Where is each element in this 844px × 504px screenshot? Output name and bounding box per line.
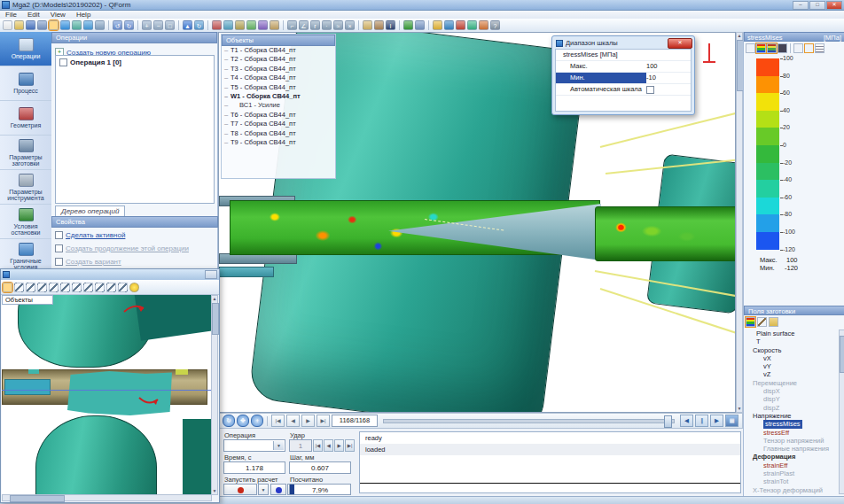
max-row-label[interactable]: Макс. bbox=[556, 61, 646, 72]
secondary-window-title-bar[interactable] bbox=[1, 269, 219, 280]
blow-first-button[interactable]: |◀ bbox=[313, 439, 323, 452]
sidebar-item-geometry[interactable]: Геометрия bbox=[0, 101, 51, 136]
tools-db-icon[interactable] bbox=[444, 20, 454, 30]
dialog-title-bar[interactable]: Диапазон шкалы ✕ bbox=[552, 36, 694, 49]
object-tree-item[interactable]: T5 - Сборка СВ44_пт bbox=[222, 83, 335, 92]
sidebar-item-process[interactable]: Процесс bbox=[0, 66, 51, 101]
object-mesh-icon[interactable] bbox=[235, 20, 245, 30]
colorbar-discrete-icon[interactable] bbox=[756, 43, 766, 53]
secondary-window-button[interactable] bbox=[205, 270, 217, 279]
measure-angle-icon[interactable]: ∠ bbox=[299, 20, 309, 30]
new-file-icon[interactable] bbox=[3, 20, 12, 30]
field-tree-item[interactable]: Перемещение bbox=[746, 379, 838, 387]
sketch-arc-icon[interactable] bbox=[95, 283, 105, 292]
ruler-icon[interactable] bbox=[49, 283, 59, 292]
pause-button[interactable]: ∥ bbox=[695, 415, 708, 427]
step-forward-button[interactable]: ▶ bbox=[710, 415, 723, 427]
menu-file[interactable]: File bbox=[5, 11, 17, 19]
secondary-vertical-scrollbar[interactable]: ▲ ▼ bbox=[211, 295, 218, 495]
field-tree-item[interactable]: X-Тензор деформаций bbox=[746, 486, 838, 494]
menu-edit[interactable]: Edit bbox=[27, 11, 40, 19]
scroll-down-icon[interactable]: ▼ bbox=[212, 488, 217, 494]
scrollbar-thumb[interactable] bbox=[10, 495, 65, 502]
measure-angle-icon[interactable] bbox=[37, 283, 47, 292]
export-icon[interactable] bbox=[467, 20, 477, 30]
help-icon[interactable]: ? bbox=[490, 20, 500, 30]
folder-icon[interactable] bbox=[769, 317, 778, 327]
property-link[interactable]: Создать продолжение этой операции bbox=[66, 244, 189, 252]
fields-tree-scrollbar[interactable] bbox=[839, 330, 844, 494]
secondary-view-window[interactable]: Объекты ▲ ▼ bbox=[0, 268, 220, 503]
open-file-icon[interactable] bbox=[14, 20, 24, 30]
records-table-icon[interactable]: ▦ bbox=[725, 415, 738, 427]
select-tool-icon[interactable] bbox=[3, 283, 12, 292]
workpiece-stress-field-right[interactable] bbox=[595, 206, 736, 261]
scrollbar-thumb[interactable] bbox=[212, 303, 219, 335]
object-section-icon[interactable] bbox=[246, 20, 256, 30]
hammer-icon[interactable] bbox=[757, 317, 767, 327]
object-box-icon[interactable] bbox=[212, 20, 222, 30]
timeline-slider-thumb[interactable] bbox=[664, 415, 672, 428]
sidebar-item-workpiece-params[interactable]: Параметры заготовки bbox=[0, 136, 51, 170]
isolines-icon[interactable] bbox=[804, 43, 814, 53]
object-tree-item[interactable]: T8 - Сборка СВ44_пт bbox=[222, 129, 335, 138]
solver-log[interactable]: readyloaded bbox=[359, 431, 741, 493]
autoscale-checkbox[interactable] bbox=[646, 86, 654, 94]
field-tree-item[interactable]: vX bbox=[746, 354, 838, 362]
field-tree-item[interactable]: Деформация bbox=[746, 453, 838, 461]
object-tree-item[interactable]: T3 - Сборка СВ44_пт bbox=[222, 65, 335, 74]
minimize-button[interactable]: – bbox=[793, 1, 809, 10]
legend-list-icon[interactable] bbox=[815, 43, 824, 53]
min-row-label[interactable]: Мин. bbox=[556, 73, 646, 83]
operation-item[interactable]: Операция 1 [0] bbox=[70, 58, 121, 66]
field-tree-item[interactable]: Тензор напряжений bbox=[746, 437, 838, 445]
sidebar-item-tool-params[interactable]: Параметры инструмента bbox=[0, 170, 51, 205]
object-tree-item[interactable]: T1 - Сборка СВ44_пт bbox=[222, 46, 335, 55]
frame-counter[interactable]: 1168/1168 bbox=[332, 415, 378, 427]
field-tree-item[interactable]: vZ bbox=[746, 370, 838, 378]
maximize-button[interactable]: □ bbox=[809, 1, 825, 10]
save-all-icon[interactable] bbox=[37, 20, 47, 30]
last-record-button[interactable]: ▶| bbox=[316, 415, 330, 427]
blow-last-button[interactable]: ▶| bbox=[345, 439, 355, 452]
sidebar-item-stop-conditions[interactable]: Условия остановки bbox=[0, 205, 51, 239]
section-tool-icon[interactable] bbox=[60, 283, 70, 292]
object-tree-item[interactable]: T9 - Сборка СВ44_пт bbox=[222, 138, 335, 147]
field-tree-item-selected[interactable]: stressMises bbox=[763, 420, 802, 428]
trace-points-icon[interactable]: · bbox=[322, 20, 332, 30]
measure-radius-icon[interactable]: r bbox=[310, 20, 320, 30]
timeline-slider[interactable] bbox=[383, 419, 675, 423]
color-scale[interactable] bbox=[756, 58, 779, 250]
lower-roll[interactable] bbox=[35, 415, 157, 495]
menu-help[interactable]: Help bbox=[76, 11, 90, 19]
rotate-view-icon[interactable]: ↻ bbox=[223, 415, 235, 427]
blow-next-button[interactable]: ▶ bbox=[334, 439, 344, 452]
secondary-3d-view[interactable]: Объекты bbox=[2, 295, 212, 495]
link-checkbox[interactable] bbox=[55, 244, 63, 252]
redo-icon[interactable]: ↻ bbox=[124, 20, 134, 30]
tree-view-icon[interactable] bbox=[403, 20, 413, 30]
zoom-out-icon[interactable]: − bbox=[153, 20, 163, 30]
scale-settings-icon[interactable] bbox=[746, 43, 755, 53]
colorbar-smooth-icon[interactable] bbox=[767, 43, 777, 53]
machines-db-icon[interactable] bbox=[456, 20, 465, 30]
view-sphere-icon[interactable] bbox=[60, 20, 70, 30]
probe-icon[interactable]: × bbox=[345, 20, 355, 30]
object-sphere-icon[interactable] bbox=[223, 20, 233, 30]
sketch-line-icon[interactable] bbox=[83, 283, 93, 292]
title-bar[interactable]: Mga2 (D:\Models\20190202) - QForm – □ ✕ bbox=[0, 0, 844, 11]
field-tree-item[interactable]: Главные напряжения bbox=[746, 445, 838, 453]
object-tree-item[interactable]: T6 - Сборка СВ44_пт bbox=[222, 111, 335, 120]
scrollbar-thumb[interactable] bbox=[840, 336, 844, 373]
show-results-icon[interactable] bbox=[49, 20, 59, 30]
field-tree-item[interactable]: vY bbox=[746, 362, 838, 370]
undo-icon[interactable]: ↺ bbox=[113, 20, 122, 30]
zoom-in-icon[interactable]: + bbox=[142, 20, 152, 30]
object-tree-item[interactable]: T2 - Сборка СВ44_пт bbox=[222, 55, 335, 64]
object-light-icon[interactable] bbox=[270, 20, 279, 30]
field-tree-item[interactable]: dispX bbox=[746, 387, 838, 395]
fit-view-icon[interactable] bbox=[95, 20, 105, 30]
save-file-icon[interactable] bbox=[26, 20, 35, 30]
autoscale-row-label[interactable]: Автоматическая шкала bbox=[556, 84, 646, 95]
max-row-value[interactable]: 100 bbox=[646, 61, 658, 72]
